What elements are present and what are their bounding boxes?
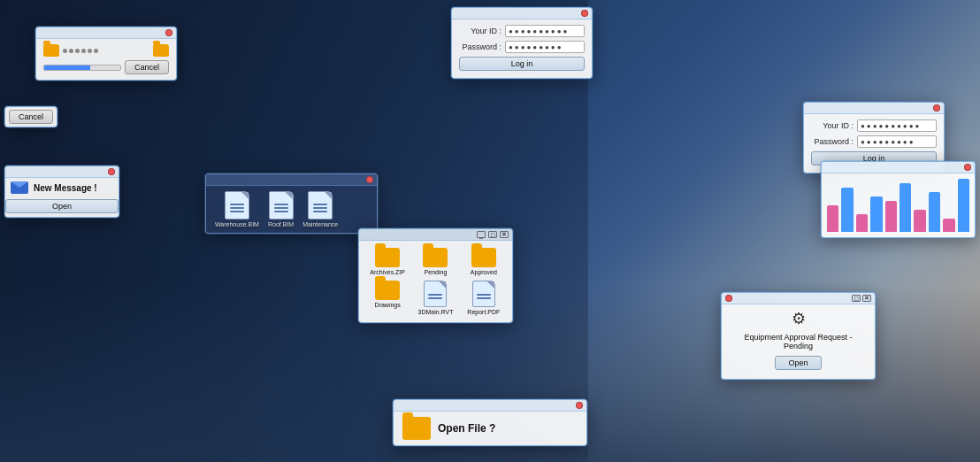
file-report[interactable]: Report.PDF (463, 281, 505, 315)
approved-label: Approved (471, 269, 497, 275)
cancel-progress-window: Cancel (35, 27, 177, 81)
chart-titlebar (822, 162, 975, 173)
progress-fill (44, 65, 90, 70)
exp-btn-max[interactable]: □ (488, 231, 497, 238)
openfile-body: Open File ? (394, 412, 586, 445)
chart-body (822, 173, 975, 237)
dots-row (63, 49, 149, 53)
explorer-grid: Archives.ZIP Pending Approved Drawings 3… (359, 241, 512, 322)
bim-files-row: Warehouse.BIM Roof.BIM Maintenance (206, 186, 377, 233)
standalone-cancel-btn[interactable]: Cancel (9, 110, 53, 124)
line1 (313, 204, 327, 205)
close-btn-bim[interactable] (366, 176, 373, 183)
new-message-window: New Message ! Open (4, 166, 119, 218)
id-row-2: Your ID : ●●●●●●●●●● (811, 119, 937, 132)
file-3dmain[interactable]: 3DMain.RVT (414, 281, 456, 315)
approval-body: ⚙ Equipment Approval Request - Pending O… (722, 304, 875, 379)
bim-titlebar (206, 174, 377, 186)
doc-lines-1 (230, 204, 244, 212)
line2 (313, 207, 327, 209)
progress-row (43, 44, 169, 57)
pw-label-2: Password : (811, 137, 854, 146)
approval-min-btn[interactable]: ✕ (862, 295, 871, 302)
chart-bar-8 (943, 219, 954, 232)
approval-max-btn[interactable]: □ (852, 295, 861, 302)
doc-icon-report (472, 281, 495, 307)
line1 (230, 204, 244, 205)
warehouse-icon (225, 191, 249, 219)
folder-icon-archives (375, 248, 400, 267)
l2 (477, 297, 491, 299)
close-btn-cancel[interactable] (165, 29, 172, 36)
doc-lines-pdf (477, 294, 491, 299)
doc-lines-rvt (428, 294, 442, 299)
doc-lines-3 (313, 204, 327, 212)
open-file-window: Open File ? (393, 399, 587, 446)
close-btn-1[interactable] (581, 10, 588, 17)
msg-body: New Message ! (5, 178, 119, 197)
dot-6 (94, 49, 98, 53)
folder-icon-drawings (375, 281, 400, 300)
login-window-1: Your ID : ●●●●●●●●●● Password : ●●●●●●●●… (451, 7, 593, 79)
login-btn-1[interactable]: Log in (459, 57, 585, 71)
roof-label: Roof.BIM (268, 221, 294, 227)
cancel-body: Cancel (36, 39, 176, 80)
maintenance-label: Maintenance (302, 221, 338, 227)
standalone-cancel-window: Cancel (4, 106, 57, 127)
chart-bars (827, 179, 969, 232)
folder-archives[interactable]: Archives.ZIP (366, 248, 409, 275)
close-btn-openfile[interactable] (576, 402, 583, 409)
close-btn-chart[interactable] (964, 164, 971, 171)
doc-icon-3dmain (424, 281, 447, 307)
line3 (313, 211, 327, 212)
dot-1 (63, 49, 67, 53)
id-input-1[interactable]: ●●●●●●●●●● (505, 25, 585, 37)
login-body-1: Your ID : ●●●●●●●●●● Password : ●●●●●●●●… (452, 19, 592, 78)
bim-files-window: Warehouse.BIM Roof.BIM Maintenance (205, 173, 378, 234)
open-approval-btn[interactable]: Open (775, 356, 821, 370)
line2 (274, 207, 288, 209)
l2 (428, 297, 442, 299)
id-label-2: Your ID : (811, 121, 854, 130)
chart-bar-0 (827, 205, 838, 232)
open-file-title: Open File ? (438, 422, 495, 435)
line3 (274, 211, 288, 212)
file-explorer-window: _ □ ✕ Archives.ZIP Pending Approved Draw… (358, 228, 513, 323)
id-label-1: Your ID : (459, 27, 501, 35)
approval-titlebar: □ ✕ (722, 293, 875, 304)
chart-bar-2 (856, 214, 868, 232)
msg-titlebar (5, 166, 119, 178)
titlebar-1 (452, 8, 592, 19)
cancel-button[interactable]: Cancel (125, 60, 169, 74)
bim-file-roof[interactable]: Roof.BIM (268, 191, 294, 227)
bim-file-maintenance[interactable]: Maintenance (302, 191, 338, 227)
pdf-label: Report.PDF (467, 309, 500, 315)
doc-lines-2 (274, 204, 288, 212)
close-btn-2[interactable] (933, 104, 940, 112)
chart-bar-9 (958, 179, 969, 232)
chart-bar-3 (870, 196, 882, 232)
line1 (274, 204, 288, 205)
chart-bar-5 (900, 183, 911, 232)
warehouse-label: Warehouse.BIM (215, 221, 259, 227)
titlebar-2 (804, 103, 944, 114)
folder-drawings[interactable]: Drawings (366, 281, 409, 315)
id-row-1: Your ID : ●●●●●●●●●● (459, 25, 585, 37)
bim-file-warehouse[interactable]: Warehouse.BIM (215, 191, 259, 227)
dot-2 (69, 49, 73, 53)
exp-btn-close[interactable]: ✕ (500, 231, 509, 238)
folder-approved[interactable]: Approved (463, 248, 505, 275)
l1 (428, 294, 442, 296)
pw-input-2[interactable]: ●●●●●●●●● (857, 135, 937, 148)
close-btn-msg[interactable] (108, 168, 115, 175)
exp-btn-min[interactable]: _ (477, 231, 486, 238)
pw-input-1[interactable]: ●●●●●●●●● (505, 41, 585, 53)
titlebar-cancel (36, 27, 176, 39)
close-btn-approval[interactable] (725, 295, 732, 302)
open-message-btn[interactable]: Open (5, 199, 119, 213)
id-input-2[interactable]: ●●●●●●●●●● (857, 119, 937, 132)
rvt-label: 3DMain.RVT (418, 309, 454, 315)
folder-pending[interactable]: Pending (414, 248, 456, 275)
dot-5 (88, 49, 92, 53)
chart-bar-1 (841, 188, 853, 232)
